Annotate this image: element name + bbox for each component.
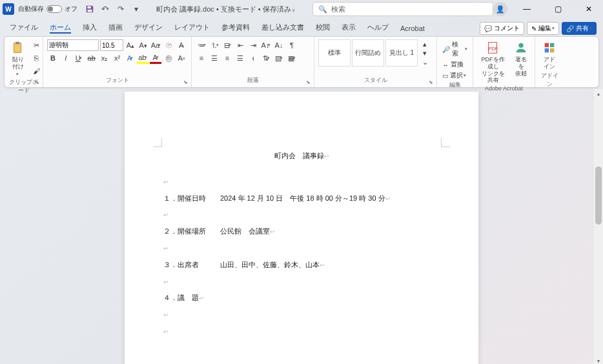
styles-more-down[interactable]: ▾ bbox=[419, 48, 431, 57]
group-acrobat: PDF PDFを作成し リンクを共有 署名を 依頼 Adobe Acrobat bbox=[473, 37, 535, 87]
tab-references[interactable]: 参考資料 bbox=[216, 20, 256, 35]
font-name-input[interactable] bbox=[47, 39, 99, 51]
highlight-button[interactable]: ab▾ bbox=[137, 52, 148, 64]
line-spacing-button[interactable]: ⇅▾ bbox=[260, 52, 272, 64]
empty-para: ↩ bbox=[163, 242, 440, 255]
replace-button[interactable]: ↔ 置換 bbox=[441, 59, 469, 70]
copy-button[interactable]: ⎘ bbox=[30, 52, 42, 64]
paragraph-launcher[interactable]: ⬊ bbox=[306, 79, 312, 86]
strike-button[interactable]: ab bbox=[86, 52, 97, 64]
bullets-button[interactable]: ≔▾ bbox=[196, 39, 207, 51]
comments-button[interactable]: 💬 コメント bbox=[480, 22, 524, 35]
editing-mode-button[interactable]: ✎ 編集 ▾ bbox=[527, 22, 559, 35]
request-sign-button[interactable]: 署名を 依頼 bbox=[511, 39, 531, 78]
group-styles: 標準 行間詰め 見出し 1 ▴ ▾ ⌄ スタイル ⬊ bbox=[314, 37, 437, 87]
style-nospacing[interactable]: 行間詰め bbox=[352, 39, 384, 66]
share-button[interactable]: 🔗 共有 ▾ bbox=[562, 22, 597, 35]
show-marks-button[interactable]: ¶ bbox=[286, 39, 298, 51]
user-avatar[interactable]: 👤 bbox=[493, 2, 507, 16]
decrease-font-button[interactable]: A▾ bbox=[138, 39, 149, 51]
scroll-up-button[interactable]: ▴ bbox=[594, 89, 603, 98]
tab-file[interactable]: ファイル bbox=[4, 20, 44, 35]
phonetic-guide-button[interactable]: ㋐ bbox=[163, 39, 174, 51]
crop-mark-tr bbox=[441, 138, 450, 147]
style-heading1[interactable]: 見出し 1 bbox=[385, 39, 418, 66]
text-effects-button[interactable]: A▾ bbox=[124, 52, 136, 64]
tab-design[interactable]: デザイン bbox=[128, 20, 169, 35]
tab-mailings[interactable]: 差し込み文書 bbox=[256, 20, 310, 35]
autosave[interactable]: 自動保存 オフ bbox=[18, 5, 77, 14]
save-button[interactable] bbox=[83, 2, 97, 16]
cut-button[interactable]: ✂ bbox=[30, 39, 42, 51]
shading-button[interactable]: ▧▾ bbox=[273, 52, 285, 64]
close-button[interactable]: ✕ bbox=[577, 0, 600, 18]
style-normal[interactable]: 標準 bbox=[318, 39, 351, 66]
undo-button[interactable]: ↶▾ bbox=[98, 2, 112, 16]
tab-insert[interactable]: 挿入 bbox=[77, 20, 103, 35]
multilevel-button[interactable]: ⊟▾ bbox=[221, 39, 233, 51]
line-datetime: １．開催日時 2024 年 12 月 10 日 午後 18 時 00 分～19 … bbox=[163, 192, 440, 205]
search-box[interactable]: 🔍 検索 bbox=[312, 2, 493, 16]
subscript-button[interactable]: x₂ bbox=[99, 52, 110, 64]
group-font: A▴ A▾ Aa▾ ㋐ A̶ B I U▾ ab x₂ x² A▾ ab▾ A▾… bbox=[43, 37, 192, 87]
tab-view[interactable]: 表示 bbox=[336, 20, 362, 35]
tab-draw[interactable]: 描画 bbox=[103, 20, 128, 35]
sort-button[interactable]: A↓ bbox=[273, 39, 285, 51]
enclose-char-button[interactable]: ㊞ bbox=[163, 52, 174, 64]
find-button[interactable]: 🔎 検索▾ bbox=[441, 39, 469, 59]
addins-button[interactable]: アド イン bbox=[539, 39, 560, 72]
text-direction-button[interactable]: A↕▾ bbox=[260, 39, 272, 51]
scroll-thumb[interactable] bbox=[595, 167, 602, 225]
autosave-toggle[interactable] bbox=[46, 5, 62, 13]
styles-launcher[interactable]: ⬊ bbox=[429, 79, 435, 86]
empty-para: ↩ bbox=[163, 208, 440, 221]
autosave-label: 自動保存 bbox=[18, 5, 44, 14]
align-right-button[interactable]: ≡ bbox=[221, 52, 233, 64]
change-case-button[interactable]: Aa▾ bbox=[150, 39, 162, 51]
align-left-button[interactable]: ≡ bbox=[196, 52, 207, 64]
styles-more-all[interactable]: ⌄ bbox=[419, 57, 431, 66]
borders-button[interactable]: ▦▾ bbox=[286, 52, 298, 64]
create-pdf-button[interactable]: PDF PDFを作成し リンクを共有 bbox=[477, 39, 509, 85]
scroll-down-button[interactable]: ▾ bbox=[594, 356, 603, 364]
word-icon: W bbox=[3, 3, 14, 15]
empty-para: ↩ bbox=[163, 276, 440, 288]
group-paragraph: ≔▾ ⒈▾ ⊟▾ ⇤ ⇥ A↕▾ A↓ ¶ ≡ ☰ ≡ ☰ ⫞ ⇅▾ ▧▾ ▦▾… bbox=[192, 37, 314, 87]
redo-button[interactable]: ↷ bbox=[114, 2, 128, 16]
superscript-button[interactable]: x² bbox=[112, 52, 123, 64]
tab-home[interactable]: ホーム bbox=[44, 20, 77, 35]
vertical-scrollbar[interactable]: ▴ ▾ bbox=[594, 89, 603, 364]
format-painter-button[interactable]: 🖌 bbox=[30, 65, 42, 77]
tab-acrobat[interactable]: Acrobat bbox=[394, 22, 431, 35]
tab-layout[interactable]: レイアウト bbox=[169, 20, 216, 35]
justify-button[interactable]: ☰ bbox=[234, 52, 246, 64]
font-size-input[interactable] bbox=[100, 39, 123, 51]
increase-font-button[interactable]: A▴ bbox=[125, 39, 136, 51]
paste-button[interactable]: 貼り付け▾ bbox=[8, 39, 28, 78]
font-color-button[interactable]: A▾ bbox=[150, 52, 161, 64]
maximize-button[interactable]: ▢ bbox=[546, 0, 569, 18]
svg-rect-2 bbox=[14, 43, 21, 53]
char-border-button[interactable]: A▫ bbox=[176, 52, 187, 64]
clipboard-launcher[interactable]: ⬊ bbox=[35, 79, 41, 86]
italic-button[interactable]: I bbox=[60, 52, 72, 64]
increase-indent-button[interactable]: ⇥ bbox=[247, 39, 259, 51]
distribute-button[interactable]: ⫞ bbox=[247, 52, 259, 64]
select-button[interactable]: ▭ 選択▾ bbox=[441, 70, 469, 81]
bold-button[interactable]: B bbox=[47, 52, 59, 64]
tab-review[interactable]: 校閲 bbox=[310, 20, 336, 35]
svg-rect-9 bbox=[545, 48, 549, 52]
line-place: ２．開催場所 公民館 会議室↩ bbox=[163, 225, 440, 238]
font-launcher[interactable]: ⬊ bbox=[183, 79, 190, 86]
styles-more-up[interactable]: ▴ bbox=[419, 39, 431, 48]
numbering-button[interactable]: ⒈▾ bbox=[209, 39, 220, 51]
qat-customize[interactable]: ▾ bbox=[129, 2, 143, 16]
clear-format-button[interactable]: A̶ bbox=[176, 39, 187, 51]
minimize-button[interactable]: — bbox=[515, 0, 538, 18]
ribbon-tabs: ファイル ホーム 挿入 描画 デザイン レイアウト 参考資料 差し込み文書 校閲… bbox=[0, 18, 603, 35]
underline-button[interactable]: U▾ bbox=[73, 52, 85, 64]
tab-help[interactable]: ヘルプ bbox=[362, 20, 394, 35]
align-center-button[interactable]: ☰ bbox=[209, 52, 220, 64]
page[interactable]: 町内会 議事録↩ ↩ １．開催日時 2024 年 12 月 10 日 午後 18… bbox=[125, 92, 478, 364]
decrease-indent-button[interactable]: ⇤ bbox=[234, 39, 246, 51]
